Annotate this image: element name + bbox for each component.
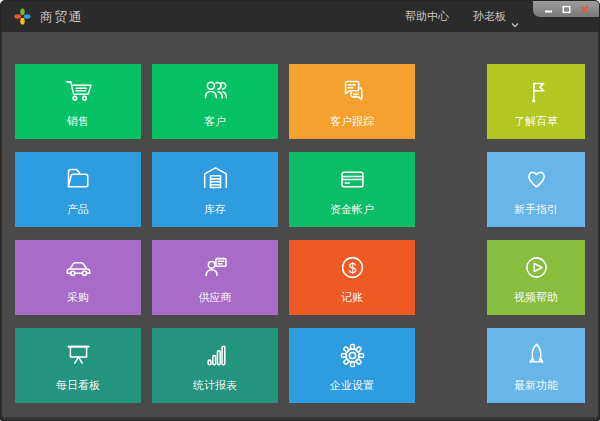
main-tile-grid: 销售客户客户跟踪产品库存资金帐户采购供应商$记账每日看板统计报表企业设置 <box>15 64 415 403</box>
tile-label: 了解百草 <box>514 114 558 129</box>
tile-label: 企业设置 <box>330 378 374 393</box>
heart-icon <box>518 158 555 200</box>
play-circle-icon <box>518 246 555 288</box>
tile-label: 产品 <box>67 202 89 217</box>
bar-chart-icon <box>197 334 234 376</box>
tile-statistics-reports[interactable]: 统计报表 <box>152 328 278 403</box>
tile-suppliers[interactable]: 供应商 <box>152 240 278 315</box>
folder-icon <box>60 158 97 200</box>
dollar-circle-icon: $ <box>334 246 371 288</box>
tile-label: 视频帮助 <box>514 290 558 305</box>
app-title: 商贸通 <box>40 9 84 26</box>
window-controls <box>533 1 599 17</box>
username: 孙老板 <box>473 9 506 24</box>
titlebar: 商贸通 帮助中心 孙老板 <box>1 1 599 32</box>
close-button[interactable] <box>580 5 589 14</box>
tile-capital-accounts[interactable]: 资金帐户 <box>289 152 415 227</box>
cart-icon <box>60 70 97 112</box>
tile-label: 销售 <box>67 114 89 129</box>
car-icon <box>60 246 97 288</box>
tile-label: 客户跟踪 <box>330 114 374 129</box>
tile-label: 库存 <box>204 202 226 217</box>
tile-inventory[interactable]: 库存 <box>152 152 278 227</box>
app-logo-icon <box>14 8 31 25</box>
tile-purchasing[interactable]: 采购 <box>15 240 141 315</box>
tile-company-settings[interactable]: 企业设置 <box>289 328 415 403</box>
warehouse-icon <box>197 158 234 200</box>
customers-icon <box>197 70 234 112</box>
tile-bookkeeping[interactable]: $记账 <box>289 240 415 315</box>
flag-icon <box>518 70 555 112</box>
minimize-button[interactable] <box>544 5 553 14</box>
tile-video-help[interactable]: 视频帮助 <box>487 240 585 315</box>
supplier-card-icon <box>197 246 234 288</box>
svg-text:$: $ <box>348 259 356 275</box>
tile-sales[interactable]: 销售 <box>15 64 141 139</box>
tile-label: 最新功能 <box>514 378 558 393</box>
help-center-link[interactable]: 帮助中心 <box>405 9 449 24</box>
tile-beginner-guide[interactable]: 新手指引 <box>487 152 585 227</box>
tile-learn-baicao[interactable]: 了解百草 <box>487 64 585 139</box>
tile-label: 采购 <box>67 290 89 305</box>
user-menu[interactable]: 孙老板 <box>473 9 519 24</box>
tile-label: 统计报表 <box>193 378 237 393</box>
tile-label: 供应商 <box>199 290 232 305</box>
bank-card-icon <box>334 158 371 200</box>
chevron-down-icon <box>511 14 519 20</box>
side-tile-grid: 了解百草新手指引视频帮助最新功能 <box>487 64 585 403</box>
maximize-button[interactable] <box>562 5 571 14</box>
tile-label: 记账 <box>341 290 363 305</box>
tile-label: 每日看板 <box>56 378 100 393</box>
gear-icon <box>334 334 371 376</box>
tile-latest-features[interactable]: 最新功能 <box>487 328 585 403</box>
rocket-icon <box>518 334 555 376</box>
tile-label: 新手指引 <box>514 202 558 217</box>
chat-bubbles-icon <box>334 70 371 112</box>
app-window: 商贸通 帮助中心 孙老板 销售客户客户跟踪产品库存资金帐户采购供应商$记账每日看… <box>0 0 600 421</box>
tile-label: 客户 <box>204 114 226 129</box>
tile-daily-board[interactable]: 每日看板 <box>15 328 141 403</box>
tile-customer-follow-up[interactable]: 客户跟踪 <box>289 64 415 139</box>
tile-customers[interactable]: 客户 <box>152 64 278 139</box>
tile-products[interactable]: 产品 <box>15 152 141 227</box>
tile-label: 资金帐户 <box>330 202 374 217</box>
presentation-board-icon <box>60 334 97 376</box>
